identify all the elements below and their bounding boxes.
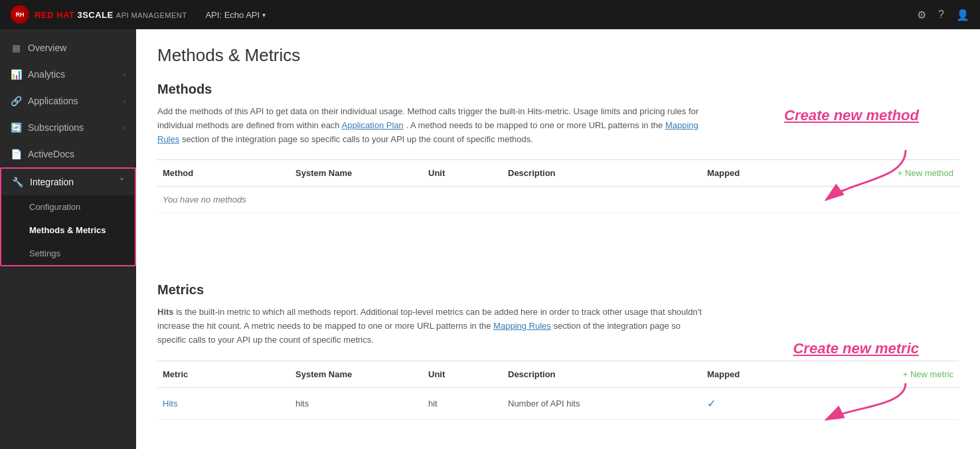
sidebar-item-activedocs[interactable]: 📄 ActiveDocs [0, 141, 136, 167]
submenu-configuration[interactable]: Configuration [1, 195, 135, 219]
logo-text: RED HAT 3SCALE API MANAGEMENT [35, 10, 187, 20]
top-navigation: RH RED HAT 3SCALE API MANAGEMENT API: Ec… [0, 0, 980, 29]
api-chevron: ▾ [262, 11, 266, 19]
subscriptions-chevron: › [123, 124, 125, 132]
col-mapped-m: Mapped [702, 367, 781, 382]
create-new-metric-annotation: Create new metric [793, 340, 919, 357]
arrow-methods [813, 147, 919, 207]
applications-chevron: › [123, 98, 125, 105]
sidebar-item-analytics[interactable]: 📊 Analytics › [0, 61, 136, 88]
create-new-method-annotation: Create new method [784, 107, 919, 124]
sidebar-item-label: Analytics [28, 69, 65, 80]
metrics-description: Hits is the built-in metric to which all… [157, 306, 702, 347]
help-icon[interactable]: ? [938, 9, 944, 21]
sidebar-item-applications[interactable]: 🔗 Applications › [0, 88, 136, 114]
sidebar-item-label: Overview [28, 43, 66, 53]
col-description: Description [503, 165, 702, 181]
sidebar-item-integration[interactable]: 🔧 Integration ˅ [1, 169, 135, 195]
integration-label: Integration [30, 177, 113, 187]
methods-description: Add the methods of this API to get data … [157, 105, 702, 146]
sidebar-item-label: Applications [28, 96, 78, 106]
metrics-annotation-area: Create new metric [157, 420, 959, 446]
sidebar-item-overview[interactable]: ▦ Overview [0, 35, 136, 61]
sidebar-item-label: ActiveDocs [28, 149, 74, 159]
sidebar-item-label: Subscriptions [28, 122, 84, 133]
integration-icon: 🔧 [12, 177, 23, 187]
analytics-chevron: › [123, 71, 125, 78]
integration-submenu: Configuration Methods & Metrics Settings [1, 195, 135, 265]
methods-annotation-area: Create new method [157, 213, 959, 266]
metric-name-hits: Hits [157, 396, 290, 411]
col-system-name: System Name [290, 165, 423, 181]
api-label: API: Echo API [205, 10, 260, 20]
logo-icon: RH [11, 5, 29, 24]
integration-chevron: ˅ [120, 177, 124, 187]
metric-unit-hits: hit [423, 396, 503, 411]
integration-section: 🔧 Integration ˅ Configuration Methods & … [0, 167, 136, 266]
col-unit: Unit [423, 165, 503, 181]
applications-icon: 🔗 [11, 96, 21, 106]
arrow-metrics [813, 380, 919, 426]
user-icon[interactable]: 👤 [956, 9, 969, 21]
activedocs-icon: 📄 [11, 149, 21, 159]
settings-icon[interactable]: ⚙ [917, 9, 926, 21]
metric-system-name-hits: hits [290, 396, 423, 411]
main-content: Methods & Metrics Methods Add the method… [136, 29, 980, 449]
hits-link[interactable]: Hits [163, 399, 177, 408]
hits-bold: Hits [157, 307, 174, 317]
page-title: Methods & Metrics [157, 45, 959, 66]
metrics-section: Metrics Hits is the built-in metric to w… [157, 282, 959, 446]
metric-mapped-hits: ✓ [702, 395, 781, 412]
overview-icon: ▦ [11, 43, 21, 53]
application-plan-link[interactable]: Application Plan [342, 120, 404, 130]
methods-section: Methods Add the methods of this API to g… [157, 82, 959, 266]
metrics-section-title: Metrics [157, 282, 959, 298]
mapping-rules-link-metrics[interactable]: Mapping Rules [493, 321, 551, 331]
col-metric: Metric [157, 367, 290, 382]
sidebar-item-subscriptions[interactable]: 🔄 Subscriptions › [0, 114, 136, 141]
col-unit-m: Unit [423, 367, 503, 382]
col-mapped: Mapped [702, 165, 781, 181]
submenu-methods-metrics[interactable]: Methods & Metrics [1, 219, 135, 242]
analytics-icon: 📊 [11, 69, 21, 80]
submenu-settings[interactable]: Settings [1, 242, 135, 265]
metric-description-hits: Number of API hits [503, 396, 702, 411]
col-method: Method [157, 165, 290, 181]
sidebar: ▦ Overview 📊 Analytics › 🔗 Applications … [0, 29, 136, 449]
subscriptions-icon: 🔄 [11, 122, 21, 133]
col-system-name-m: System Name [290, 367, 423, 382]
api-selector[interactable]: API: Echo API ▾ [205, 10, 266, 20]
methods-section-title: Methods [157, 82, 959, 97]
col-description-m: Description [503, 367, 702, 382]
logo: RH RED HAT 3SCALE API MANAGEMENT [11, 5, 187, 24]
top-nav-icons: ⚙ ? 👤 [917, 9, 969, 21]
